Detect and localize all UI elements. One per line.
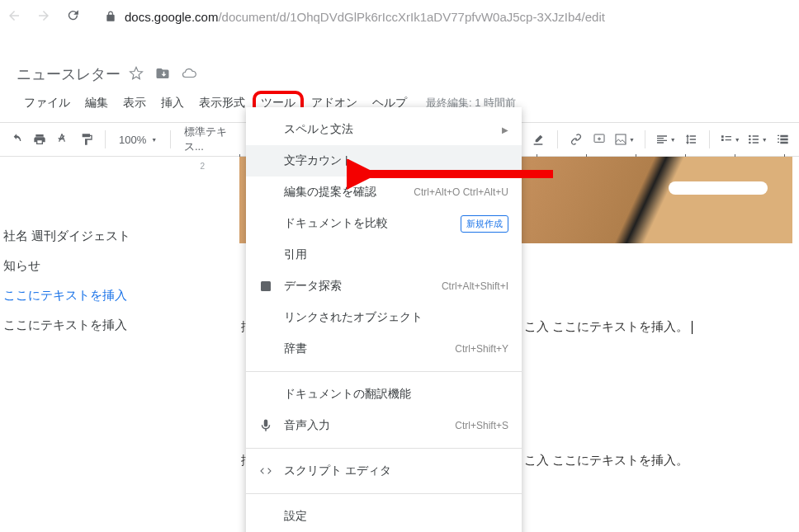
new-badge: 新規作成: [461, 215, 508, 233]
link-icon[interactable]: [567, 129, 584, 150]
svg-rect-1: [616, 134, 626, 144]
checklist-icon[interactable]: ▼: [720, 129, 740, 150]
url-host: docs.google.com: [125, 10, 218, 24]
svg-point-3: [749, 139, 751, 141]
cloud-icon[interactable]: [182, 66, 196, 83]
comment-icon[interactable]: [591, 129, 608, 150]
menu-separator: [246, 493, 522, 494]
spellcheck-icon[interactable]: [55, 129, 72, 150]
url-field[interactable]: docs.google.com/document/d/1OhqDVdGlPk6r…: [97, 10, 792, 24]
print-icon[interactable]: [31, 129, 48, 150]
dd-compare-docs[interactable]: ドキュメントを比較 新規作成: [246, 208, 522, 239]
outline-item[interactable]: 知らせ: [3, 251, 198, 280]
align-icon[interactable]: ▼: [655, 129, 676, 150]
undo-icon[interactable]: [8, 129, 25, 150]
svg-point-4: [749, 142, 751, 144]
chevron-down-icon: ▼: [151, 137, 157, 143]
forward-icon[interactable]: [36, 8, 51, 26]
back-icon[interactable]: [7, 8, 21, 26]
menu-separator: [246, 448, 522, 449]
browser-address-bar: docs.google.com/document/d/1OhqDVdGlPk6r…: [0, 0, 799, 33]
zoom-select[interactable]: 100%▼: [116, 134, 160, 146]
dd-citation[interactable]: 引用: [246, 239, 522, 271]
dd-translate[interactable]: ドキュメントの翻訳機能: [246, 379, 522, 410]
chevron-down-icon: ▼: [735, 137, 740, 143]
document-outline: 社名 週刊ダイジェスト 知らせ ここにテキストを挿入 ここにテキストを挿入: [0, 221, 198, 340]
text-cursor: [692, 321, 693, 334]
dd-linked-objects[interactable]: リンクされたオブジェクト: [246, 302, 522, 333]
numberlist-icon[interactable]: [774, 129, 791, 150]
vertical-ruler: 2: [0, 157, 215, 532]
dd-voice-typing[interactable]: 音声入力 Ctrl+Shift+S: [246, 410, 522, 441]
reload-icon[interactable]: [66, 8, 80, 25]
menu-separator: [246, 371, 522, 372]
chevron-down-icon: ▼: [762, 137, 768, 143]
chevron-down-icon: ▼: [670, 137, 676, 143]
dd-spelling[interactable]: スペルと文法 ▶: [246, 114, 522, 145]
svg-rect-5: [261, 281, 271, 291]
dd-explore[interactable]: データ探索 Ctrl+Alt+Shift+I: [246, 271, 522, 302]
styles-select[interactable]: 標準テキス...: [181, 125, 236, 154]
code-icon: [258, 464, 274, 478]
doc-title[interactable]: ニュースレター: [17, 64, 121, 84]
outline-item[interactable]: 社名 週刊ダイジェスト: [3, 221, 198, 251]
linespace-icon[interactable]: [683, 129, 699, 150]
dd-preferences[interactable]: 設定: [246, 501, 522, 532]
menu-edit[interactable]: 編集: [78, 92, 116, 114]
chevron-down-icon: ▼: [629, 137, 635, 143]
outline-item[interactable]: ここにテキストを挿入: [3, 310, 198, 340]
dd-dictionary[interactable]: 辞書 Ctrl+Shift+Y: [246, 333, 522, 365]
move-icon[interactable]: [155, 66, 170, 83]
url-path: /document/d/1OhqDVdGlPk6rIccXrIk1aDV77pf…: [218, 10, 605, 24]
image-icon[interactable]: ▼: [614, 129, 635, 150]
svg-point-2: [749, 135, 751, 138]
outline-item[interactable]: ここにテキストを挿入: [3, 280, 198, 310]
paint-format-icon[interactable]: [78, 129, 95, 150]
menu-view[interactable]: 表示: [116, 92, 154, 114]
chevron-right-icon: ▶: [502, 125, 508, 134]
dd-script-editor[interactable]: スクリプト エディタ: [246, 455, 522, 487]
menu-format[interactable]: 表示形式: [191, 92, 253, 114]
star-icon[interactable]: [129, 66, 144, 83]
menu-insert[interactable]: 挿入: [154, 92, 191, 114]
lock-icon: [105, 11, 116, 22]
explore-icon: [258, 279, 274, 294]
highlight-icon[interactable]: [530, 129, 546, 150]
annotation-arrow: [347, 159, 553, 195]
microphone-icon: [258, 418, 274, 433]
menu-file[interactable]: ファイル: [17, 92, 78, 114]
bulletlist-icon[interactable]: ▼: [747, 129, 768, 150]
